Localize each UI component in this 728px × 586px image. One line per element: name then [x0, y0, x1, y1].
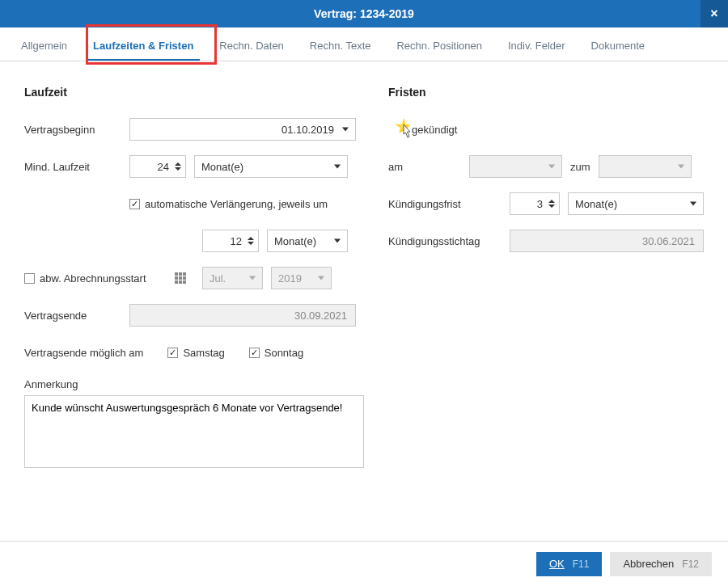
- spin-up-icon[interactable]: [175, 162, 181, 166]
- checkbox-abw-abrechnungsstart[interactable]: abw. Abrechnungsstart: [24, 272, 170, 285]
- tab-dokumente[interactable]: Dokumente: [578, 31, 658, 61]
- select-abw-month: Jul.: [202, 267, 263, 289]
- label-anmerkung: Anmerkung: [24, 378, 364, 390]
- label-vertragsende: Vertragsende: [24, 310, 129, 322]
- checkbox-auto-verlaengerung[interactable]: automatische Verlängerung, jeweils um: [129, 198, 328, 210]
- tab-laufzeiten-fristen[interactable]: Laufzeiten & Fristen: [80, 31, 206, 61]
- spin-up-icon[interactable]: [548, 200, 555, 203]
- input-kuendigungsfrist[interactable]: 3: [510, 192, 560, 215]
- input-gekuendigt-zum: [599, 155, 692, 178]
- section-title-fristen: Fristen: [388, 86, 704, 99]
- dropdown-icon: [342, 128, 349, 132]
- label-kuendigungsstichtag: Kündigungsstichtag: [388, 235, 510, 247]
- select-auto-verl-unit[interactable]: Monat(e): [267, 230, 348, 252]
- input-gekuendigt-am: [469, 155, 562, 178]
- select-abw-year: 2019: [271, 267, 332, 289]
- close-icon: ×: [710, 6, 717, 21]
- spin-down-icon[interactable]: [248, 242, 254, 245]
- label-zum: zum: [570, 161, 590, 173]
- spin-down-icon[interactable]: [548, 204, 555, 208]
- dropdown-icon: [678, 165, 684, 169]
- spin-down-icon[interactable]: [175, 167, 181, 171]
- checkbox-icon: [249, 348, 260, 358]
- ok-button[interactable]: OK F11: [536, 552, 602, 576]
- label-vertragsbeginn: Vertragsbeginn: [24, 124, 129, 136]
- close-button[interactable]: ×: [700, 0, 728, 27]
- checkbox-samstag[interactable]: Samstag: [167, 347, 224, 359]
- tab-rechn-positionen[interactable]: Rechn. Positionen: [383, 31, 495, 61]
- input-mind-laufzeit[interactable]: 24: [129, 155, 186, 178]
- content-area: Laufzeit Vertragsbeginn 01.10.2019 Mind.…: [0, 61, 728, 541]
- tabbar: Allgemein Laufzeiten & Fristen Rechn. Da…: [0, 27, 728, 61]
- window-title: Vertrag: 1234-2019: [314, 7, 414, 20]
- label-mind-laufzeit: Mind. Laufzeit: [24, 161, 129, 173]
- label-am: am: [388, 161, 445, 173]
- calendar-grid-icon[interactable]: [175, 272, 186, 284]
- cancel-button[interactable]: Abbrechen F12: [610, 552, 712, 576]
- spin-up-icon[interactable]: [248, 237, 254, 240]
- dropdown-icon: [334, 165, 341, 169]
- dialog-window: Vertrag: 1234-2019 × Allgemein Laufzeite…: [0, 0, 728, 586]
- label-kuendigungsfrist: Kündigungsfrist: [388, 198, 510, 210]
- input-vertragsbeginn-value: 01.10.2019: [281, 124, 334, 136]
- tab-indiv-felder[interactable]: Indiv. Felder: [495, 31, 578, 61]
- tab-allgemein[interactable]: Allgemein: [8, 31, 80, 61]
- label-vertragsende-moeglich: Vertragsende möglich am: [24, 347, 143, 359]
- checkbox-icon: [167, 348, 178, 358]
- dropdown-icon: [249, 276, 256, 280]
- input-kuendigungsstichtag: 30.06.2021: [510, 230, 704, 252]
- select-kuendigungsfrist-unit[interactable]: Monat(e): [568, 192, 704, 215]
- checkbox-icon: [129, 199, 140, 209]
- checkbox-icon: [24, 273, 35, 284]
- input-auto-verl-value[interactable]: 12: [202, 230, 259, 252]
- checkbox-sonntag[interactable]: Sonntag: [249, 347, 303, 359]
- footer: OK F11 Abbrechen F12: [0, 541, 728, 586]
- tab-rechn-texte[interactable]: Rechn. Texte: [297, 31, 384, 61]
- textarea-anmerkung[interactable]: [24, 395, 364, 468]
- dropdown-icon: [334, 239, 341, 243]
- input-vertragsende: 30.09.2021: [129, 304, 356, 327]
- fristen-column: Fristen gekündigt am zum: [388, 86, 704, 533]
- select-mind-laufzeit-unit[interactable]: Monat(e): [194, 155, 348, 178]
- laufzeit-column: Laufzeit Vertragsbeginn 01.10.2019 Mind.…: [24, 86, 364, 533]
- checkbox-gekuendigt[interactable]: gekündigt: [388, 124, 457, 136]
- titlebar: Vertrag: 1234-2019 ×: [0, 0, 728, 27]
- dropdown-icon: [690, 202, 696, 206]
- dropdown-icon: [318, 276, 324, 280]
- section-title-laufzeit: Laufzeit: [24, 86, 364, 99]
- input-vertragsbeginn[interactable]: 01.10.2019: [129, 118, 356, 141]
- dropdown-icon: [548, 165, 555, 169]
- tab-rechn-daten[interactable]: Rechn. Daten: [206, 31, 297, 61]
